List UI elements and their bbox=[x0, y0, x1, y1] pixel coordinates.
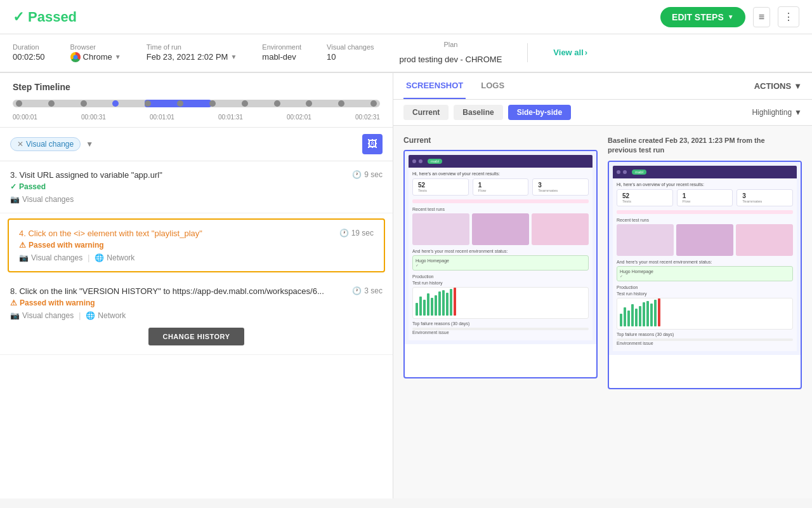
timeline-dots bbox=[13, 100, 380, 107]
step-item-3[interactable]: 3. Visit URL assigned to variable "app.u… bbox=[0, 161, 393, 213]
duration-label: Duration bbox=[13, 43, 45, 51]
step-8-network[interactable]: 🌐 Network bbox=[86, 311, 126, 320]
step-4-status-label: Passed with warning bbox=[29, 241, 104, 250]
passed-status: ✓ Passed bbox=[13, 9, 77, 25]
clock-icon-8: 🕐 bbox=[352, 286, 362, 295]
network-icon-4: 🌐 bbox=[95, 253, 104, 262]
step-4-title: 4. Click on the <i> element with text "p… bbox=[19, 229, 339, 238]
environment-value: mabl-dev bbox=[262, 52, 301, 62]
time-of-run-label: Time of run bbox=[147, 43, 237, 51]
highlighting-arrow: ▼ bbox=[794, 108, 802, 117]
actions-button[interactable]: ACTIONS ▼ bbox=[754, 81, 802, 91]
step-3-header: 3. Visit URL assigned to variable "app.u… bbox=[10, 170, 383, 180]
change-history-overlay-area: CHANGE HISTORY bbox=[10, 328, 383, 345]
step-4-header: 4. Click on the <i> element with text "p… bbox=[19, 229, 374, 238]
step-3-status: ✓ Passed bbox=[10, 182, 383, 191]
timeline-dot-4 bbox=[112, 100, 119, 107]
mock-nav-current: mabl bbox=[409, 155, 593, 168]
duration-meta: Duration 00:02:50 bbox=[13, 43, 45, 62]
timeline-dot-11 bbox=[338, 100, 344, 107]
tab-logs[interactable]: LOGS bbox=[478, 73, 507, 99]
step-8-duration: 🕐 3 sec bbox=[352, 286, 383, 295]
tab-screenshot[interactable]: SCREENSHOT bbox=[403, 73, 466, 99]
step-4-duration: 🕐 19 sec bbox=[339, 229, 374, 237]
step-3-visual-changes[interactable]: 📷 Visual changes bbox=[10, 195, 74, 204]
step-4-footer: 📷 Visual changes | 🌐 Network bbox=[19, 253, 374, 262]
step-8-footer: 📷 Visual changes | 🌐 Network bbox=[10, 311, 383, 320]
visual-changes-label: Visual changes bbox=[327, 43, 374, 51]
edit-steps-dropdown-arrow: ▼ bbox=[728, 13, 734, 20]
right-panel: SCREENSHOT LOGS ACTIONS ▼ Current Baseli… bbox=[393, 73, 812, 498]
timeline-dot-7 bbox=[209, 100, 216, 107]
timeline-label-3: 00:01:01 bbox=[150, 114, 174, 121]
notes-icon: ≡ bbox=[759, 11, 764, 22]
step-item-8[interactable]: 8. Click on the link "VERSION HISTORY" t… bbox=[0, 277, 393, 355]
timeline-label-4: 00:01:31 bbox=[218, 114, 243, 121]
baseline-screenshot-title: Baseline created Feb 23, 2021 1:23 PM fr… bbox=[608, 136, 773, 156]
duration-value: 00:02:50 bbox=[13, 52, 45, 62]
time-dropdown-arrow[interactable]: ▼ bbox=[230, 53, 237, 60]
screenshot-tabs: Current Baseline Side-by-side Highlighti… bbox=[393, 100, 812, 126]
tab-side-by-side[interactable]: Side-by-side bbox=[508, 105, 571, 120]
notes-button[interactable]: ≡ bbox=[753, 7, 770, 27]
camera-icon-8: 📷 bbox=[10, 311, 20, 320]
step-8-status-label: Passed with warning bbox=[20, 298, 95, 307]
time-of-run-value: Feb 23, 2021 2:02 PM ▼ bbox=[147, 52, 237, 62]
passed-label: Passed bbox=[28, 9, 77, 25]
timeline-title: Step Timeline bbox=[13, 82, 380, 92]
timeline-dot-3 bbox=[81, 100, 87, 107]
timeline-label-5: 00:02:01 bbox=[287, 114, 311, 121]
filter-close-icon[interactable]: ✕ bbox=[17, 140, 23, 149]
browser-dropdown-arrow[interactable]: ▼ bbox=[115, 53, 121, 60]
step-item-4[interactable]: 4. Click on the <i> element with text "p… bbox=[8, 218, 385, 272]
step-4-status: ⚠ Passed with warning bbox=[19, 241, 374, 250]
network-icon-8: 🌐 bbox=[86, 311, 95, 320]
step-3-footer: 📷 Visual changes bbox=[10, 195, 383, 204]
screenshot-toggle-icon: 🖼 bbox=[367, 138, 377, 150]
step-4-visual-changes[interactable]: 📷 Visual changes bbox=[19, 253, 82, 262]
change-history-label: CHANGE HISTORY bbox=[148, 328, 244, 345]
right-panel-toggle: 🖼 bbox=[362, 134, 383, 154]
step-3-duration: 🕐 9 sec bbox=[352, 170, 383, 179]
more-icon: ⋮ bbox=[783, 11, 794, 22]
filter-dropdown-arrow: ▼ bbox=[86, 140, 93, 149]
current-screenshot-title: Current bbox=[403, 136, 598, 145]
step-timeline: Step Timeline bbox=[0, 73, 393, 128]
chrome-icon bbox=[70, 52, 81, 62]
top-right-actions: EDIT STEPS ▼ ≡ ⋮ bbox=[660, 6, 799, 27]
baseline-mock-content: mabl Hi, here's an overview of your rece… bbox=[609, 162, 801, 355]
environment-meta: Environment mabl-dev bbox=[262, 43, 301, 62]
highlighting-button[interactable]: Highlighting ▼ bbox=[752, 108, 802, 117]
edit-steps-button[interactable]: EDIT STEPS ▼ bbox=[660, 7, 745, 27]
timeline-dot-2 bbox=[48, 100, 55, 107]
environment-label: Environment bbox=[262, 43, 301, 51]
timeline-dot-9 bbox=[274, 100, 280, 107]
step-8-header: 8. Click on the link "VERSION HISTORY" t… bbox=[10, 286, 383, 296]
tab-current[interactable]: Current bbox=[403, 105, 449, 120]
plan-value: prod testing dev - CHROME bbox=[400, 55, 502, 64]
filter-dropdown[interactable]: ▼ bbox=[86, 140, 93, 149]
step-8-title: 8. Click on the link "VERSION HISTORY" t… bbox=[10, 286, 352, 296]
more-options-button[interactable]: ⋮ bbox=[778, 6, 799, 27]
step-4-network[interactable]: 🌐 Network bbox=[95, 253, 134, 262]
step-3-check-icon: ✓ bbox=[10, 182, 16, 191]
timeline-label-6: 00:02:31 bbox=[355, 114, 380, 121]
screenshot-toggle-button[interactable]: 🖼 bbox=[362, 134, 383, 154]
visual-changes-value: 10 bbox=[327, 52, 374, 62]
view-all-link[interactable]: View all › bbox=[553, 48, 587, 57]
step-4-warning-icon: ⚠ bbox=[19, 241, 26, 250]
step-8-status: ⚠ Passed with warning bbox=[10, 298, 383, 307]
visual-change-filter-tag[interactable]: ✕ Visual change bbox=[10, 137, 81, 151]
top-bar: ✓ Passed EDIT STEPS ▼ ≡ ⋮ bbox=[0, 0, 812, 34]
timeline-dot-10 bbox=[306, 100, 312, 107]
step-8-visual-changes[interactable]: 📷 Visual changes bbox=[10, 311, 74, 320]
baseline-screenshot-img: mabl Hi, here's an overview of your rece… bbox=[608, 161, 802, 389]
clock-icon: 🕐 bbox=[352, 170, 362, 179]
tab-baseline[interactable]: Baseline bbox=[454, 105, 502, 120]
current-screenshot-panel: Current mabl Hi, here's an overview of y… bbox=[403, 136, 598, 389]
edit-steps-label: EDIT STEPS bbox=[672, 12, 724, 22]
footer-divider-8: | bbox=[79, 311, 81, 320]
step-3-title: 3. Visit URL assigned to variable "app.u… bbox=[10, 170, 352, 180]
visual-changes-meta: Visual changes 10 bbox=[327, 43, 374, 62]
check-icon: ✓ bbox=[13, 9, 24, 25]
